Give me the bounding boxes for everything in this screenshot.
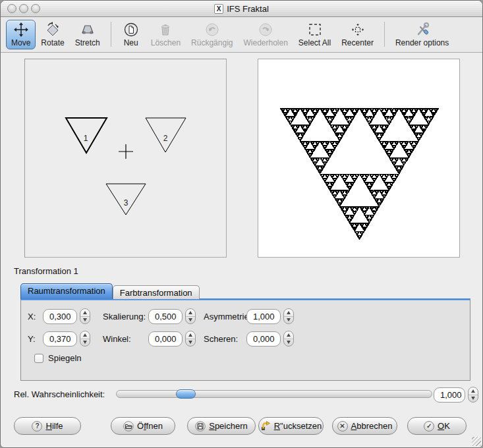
sierpinski-fractal-preview <box>258 59 459 257</box>
redo-icon <box>258 22 273 38</box>
toolbar-rotate-button[interactable]: Rotate <box>36 20 69 49</box>
fields-row-1: X: Skalierung: Asymmetrie <box>28 308 470 324</box>
spiegeln-row: Spiegeln <box>28 353 470 363</box>
toolbar-new-label: Neu <box>124 38 138 47</box>
toolbar-move-label: Move <box>11 38 30 47</box>
toolbar-stretch-button[interactable]: Stretch <box>70 20 105 49</box>
toolbar-delete-button[interactable]: Löschen <box>146 20 186 49</box>
toolbar-rotate-label: Rotate <box>41 38 64 47</box>
scheren-input[interactable] <box>246 331 281 347</box>
scheren-spinner[interactable] <box>283 331 294 347</box>
raumtransformation-panel: X: Skalierung: Asymmetrie Y: Winkel: Sch… <box>20 298 470 381</box>
probability-field <box>434 387 478 403</box>
help-icon: ? <box>32 421 42 432</box>
transformation-title: Transformation 1 <box>14 266 78 276</box>
toolbar-redo-button[interactable]: Wiederholen <box>238 20 293 49</box>
toolbar-stretch-label: Stretch <box>75 38 100 47</box>
help-button[interactable]: ? Hilfe <box>14 417 81 435</box>
probability-label: Rel. Wahrscheinlichkeit: <box>14 389 105 399</box>
resize-grip[interactable] <box>472 437 481 446</box>
x-label: X: <box>28 312 43 322</box>
transformation-tabs: Raumtransformation Farbtransformation <box>20 283 200 299</box>
recenter-icon <box>350 22 366 38</box>
spiegeln-label: Spiegeln <box>48 353 82 363</box>
render-options-icon <box>414 22 430 38</box>
toolbar-move-button[interactable]: Move <box>6 20 36 49</box>
asymmetrie-spinner[interactable] <box>283 308 294 324</box>
save-floppy-icon <box>195 421 206 432</box>
toolbar: Move Rotate Stretch <box>1 18 482 53</box>
toolbar-select-all-button[interactable]: Select All <box>293 20 336 49</box>
triangle-label-1: 1 <box>84 134 88 143</box>
open-folder-icon <box>123 421 134 432</box>
toolbar-undo-button[interactable]: Rückgängig <box>186 20 238 49</box>
window-title-area: X IFS Fraktal <box>1 1 482 17</box>
toolbar-separator <box>384 22 385 47</box>
y-input[interactable] <box>43 331 77 347</box>
trash-icon <box>157 22 173 38</box>
y-spinner[interactable] <box>80 331 90 347</box>
toolbar-recenter-label: Recenter <box>341 38 374 47</box>
design-area-panel[interactable]: 123 <box>24 59 227 258</box>
toolbar-render-options-button[interactable]: Render options <box>390 20 454 49</box>
triangle-label-2: 2 <box>163 134 168 143</box>
cancel-button[interactable]: ✕ Abbrechen <box>332 417 397 435</box>
skalierung-spinner[interactable] <box>185 308 196 324</box>
skalierung-input[interactable] <box>148 309 183 324</box>
y-label: Y: <box>28 334 43 344</box>
window-title: IFS Fraktal <box>227 4 269 14</box>
toolbar-separator <box>111 22 111 47</box>
toolbar-new-button[interactable]: Neu <box>117 20 146 49</box>
x-input[interactable] <box>43 309 77 324</box>
save-button[interactable]: Speichern <box>187 417 256 435</box>
titlebar[interactable]: X IFS Fraktal <box>1 1 482 17</box>
tab-farbtransformation[interactable]: Farbtransformation <box>113 285 200 299</box>
x-spinner[interactable] <box>80 308 90 324</box>
ok-icon: ✓ <box>424 421 434 432</box>
probability-input[interactable] <box>434 387 465 403</box>
toolbar-select-all-label: Select All <box>298 38 331 47</box>
triangle-label-3: 3 <box>124 198 128 208</box>
cancel-icon: ✕ <box>337 421 348 432</box>
tab-raumtransformation[interactable]: Raumtransformation <box>20 283 113 299</box>
fields-row-2: Y: Winkel: Scheren: <box>28 331 470 347</box>
revert-icon <box>260 421 271 432</box>
reset-button[interactable]: R"ucksetzen <box>258 417 324 435</box>
x11-icon: X <box>214 4 223 14</box>
select-all-icon <box>307 22 323 38</box>
toolbar-delete-label: Löschen <box>151 38 181 47</box>
asymmetrie-input[interactable] <box>246 309 281 324</box>
probability-slider[interactable] <box>116 390 432 398</box>
probability-spinner[interactable] <box>468 387 478 403</box>
toolbar-redo-label: Wiederholen <box>243 38 287 47</box>
new-document-icon <box>123 22 139 38</box>
ok-button[interactable]: ✓ OK <box>407 417 467 435</box>
open-button[interactable]: Öffnen <box>111 417 175 435</box>
rotate-icon <box>45 22 61 38</box>
winkel-input[interactable] <box>148 331 183 347</box>
fractal-preview-panel <box>258 59 460 258</box>
toolbar-render-options-label: Render options <box>395 38 449 47</box>
toolbar-undo-label: Rückgängig <box>191 38 233 47</box>
center-cross-icon <box>119 144 133 159</box>
slider-thumb[interactable] <box>176 389 196 399</box>
scheren-label: Scheren: <box>204 334 246 344</box>
design-svg[interactable]: 123 <box>25 59 226 257</box>
move-icon <box>13 22 29 38</box>
asymmetrie-label: Asymmetrie <box>204 312 246 322</box>
toolbar-recenter-button[interactable]: Recenter <box>336 20 379 49</box>
skalierung-label: Skalierung: <box>103 312 148 322</box>
winkel-label: Winkel: <box>103 334 148 344</box>
undo-icon <box>204 22 220 38</box>
spiegeln-checkbox[interactable] <box>34 354 43 363</box>
winkel-spinner[interactable] <box>185 331 196 347</box>
stretch-icon <box>80 22 96 38</box>
ifs-fractal-window: X IFS Fraktal Move Rotate <box>0 0 483 448</box>
